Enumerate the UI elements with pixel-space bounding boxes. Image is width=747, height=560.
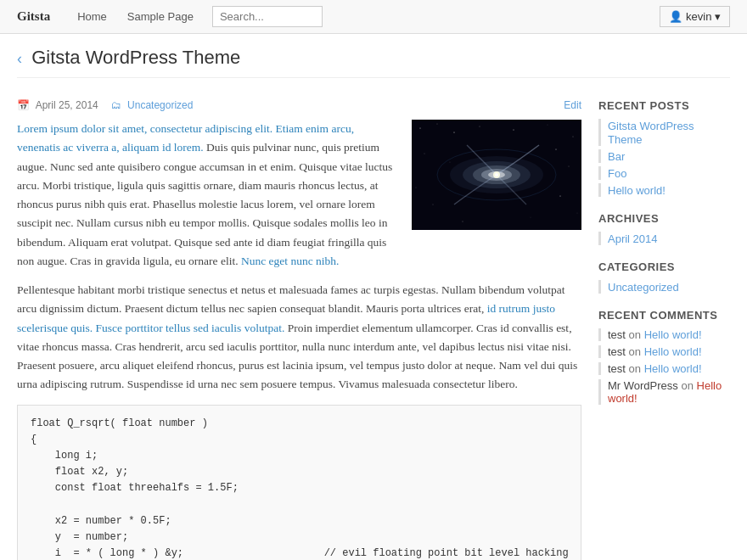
- svg-point-8: [424, 154, 425, 154]
- post-category: 🗂 Uncategorized: [111, 99, 194, 111]
- page-title: ‹ Gitsta WordPress Theme: [17, 47, 730, 69]
- list-item: Hello world!: [598, 183, 730, 197]
- on-text: on: [681, 379, 696, 392]
- comment-post-link[interactable]: Hello world!: [644, 362, 702, 375]
- nav-links: Home Sample Page: [67, 0, 204, 34]
- code-block: float Q_rsqrt( float number ) { long i; …: [17, 405, 581, 560]
- page-container: ‹ Gitsta WordPress Theme 📅 April 25, 201…: [0, 34, 747, 560]
- post-meta: 📅 April 25, 2014 🗂 Uncategorized Edit: [17, 99, 581, 111]
- svg-point-12: [416, 188, 417, 188]
- comment-post-link[interactable]: Hello world!: [644, 328, 702, 341]
- nav-link-sample[interactable]: Sample Page: [117, 0, 204, 34]
- on-text: on: [629, 328, 644, 341]
- svg-point-4: [480, 126, 480, 127]
- content-area: 📅 April 25, 2014 🗂 Uncategorized Edit: [17, 99, 581, 560]
- comment-item-mr-wordpress: Mr WordPress on Hello world!: [598, 379, 730, 405]
- dropdown-icon: ▾: [715, 10, 721, 23]
- search-input[interactable]: [212, 6, 323, 27]
- recent-comments-heading: RECENT COMMENTS: [598, 309, 730, 322]
- user-menu-button[interactable]: 👤 kevin ▾: [660, 6, 730, 27]
- svg-point-13: [433, 204, 434, 205]
- category-sidebar-link[interactable]: Uncategorized: [608, 281, 679, 294]
- list-item: Foo: [598, 166, 730, 180]
- svg-point-2: [437, 124, 438, 125]
- nav-right: 👤 kevin ▾: [660, 6, 730, 27]
- user-icon: 👤: [669, 10, 682, 23]
- navbar: Gitsta Home Sample Page 👤 kevin ▾: [0, 0, 747, 34]
- archive-link[interactable]: April 2014: [608, 232, 658, 245]
- on-text: on: [629, 345, 644, 358]
- svg-point-11: [569, 166, 570, 167]
- comment-item: test on Hello world!: [598, 328, 730, 341]
- recent-post-link[interactable]: Foo: [608, 167, 626, 180]
- page-title-bar: ‹ Gitsta WordPress Theme: [17, 34, 730, 78]
- page-title-text: Gitsta WordPress Theme: [31, 47, 240, 68]
- list-item: Bar: [598, 149, 730, 163]
- post-image: [412, 120, 581, 236]
- category-link[interactable]: Uncategorized: [127, 99, 193, 111]
- post-date: 📅 April 25, 2014: [17, 99, 98, 111]
- edit-link[interactable]: Edit: [564, 99, 581, 111]
- main-layout: 📅 April 25, 2014 🗂 Uncategorized Edit: [17, 91, 730, 560]
- svg-point-17: [531, 217, 531, 218]
- svg-point-1: [420, 128, 421, 129]
- comment-item: test on Hello world!: [598, 345, 730, 358]
- recent-post-link[interactable]: Gitsta WordPress Theme: [608, 120, 694, 146]
- calendar-icon: 📅: [17, 99, 30, 111]
- archives-list: April 2014: [598, 232, 730, 245]
- svg-point-9: [450, 162, 451, 163]
- nav-link-home[interactable]: Home: [67, 0, 117, 34]
- svg-point-14: [560, 196, 561, 197]
- recent-posts-heading: RECENT POSTS: [598, 99, 730, 112]
- svg-point-15: [577, 213, 578, 214]
- recent-posts-list: Gitsta WordPress Theme Bar Foo Hello wor…: [598, 119, 730, 197]
- post-body: Lorem ipsum dolor sit amet, consectetur …: [17, 120, 581, 560]
- user-label: kevin: [686, 10, 711, 23]
- nav-search: [212, 6, 323, 27]
- breadcrumb-chevron: ‹: [17, 50, 22, 67]
- categories-list: Uncategorized: [598, 280, 730, 294]
- categories-heading: CATEGORIES: [598, 260, 730, 273]
- svg-point-7: [573, 137, 574, 137]
- archives-heading: ARCHIVES: [598, 212, 730, 225]
- svg-point-5: [514, 130, 514, 131]
- svg-point-10: [556, 149, 557, 150]
- svg-point-6: [548, 125, 548, 126]
- list-item: Uncategorized: [598, 280, 730, 294]
- recent-post-link[interactable]: Hello world!: [608, 184, 666, 197]
- post-paragraph-2: Pellentesque habitant morbi tristique se…: [17, 281, 581, 395]
- commenter-name: Mr WordPress: [608, 379, 678, 392]
- commenter-name: test: [608, 328, 626, 341]
- sidebar: RECENT POSTS Gitsta WordPress Theme Bar …: [598, 99, 730, 560]
- commenter-name: test: [608, 362, 626, 375]
- navbar-brand[interactable]: Gitsta: [17, 9, 50, 24]
- recent-post-link[interactable]: Bar: [608, 150, 625, 163]
- svg-point-25: [495, 173, 498, 176]
- list-item: April 2014: [598, 232, 730, 245]
- comment-item: test on Hello world!: [598, 362, 730, 375]
- folder-icon: 🗂: [111, 99, 121, 111]
- on-text: on: [629, 362, 644, 375]
- comment-post-link[interactable]: Hello world!: [644, 345, 702, 358]
- svg-point-3: [454, 132, 455, 133]
- commenter-name: test: [608, 345, 626, 358]
- list-item: Gitsta WordPress Theme: [598, 119, 730, 146]
- svg-point-16: [463, 221, 463, 222]
